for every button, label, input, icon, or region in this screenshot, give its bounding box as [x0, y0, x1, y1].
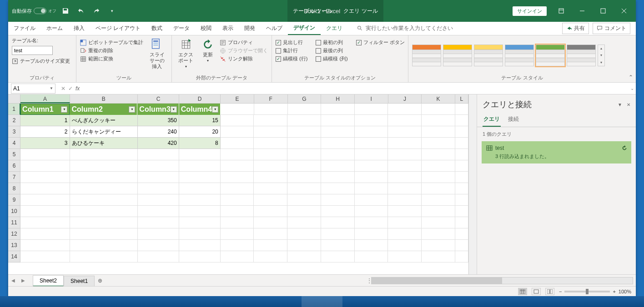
cell[interactable]	[179, 240, 221, 251]
cell[interactable]	[422, 228, 455, 240]
cell[interactable]	[355, 138, 388, 149]
pane-options-icon[interactable]: ▼	[618, 102, 622, 107]
row-header[interactable]: 2	[8, 115, 20, 126]
cell[interactable]: Column1▼	[20, 104, 70, 115]
cell[interactable]	[388, 251, 422, 262]
cell[interactable]	[287, 194, 321, 206]
row-header[interactable]: 3	[8, 126, 20, 138]
context-tab-query-tools[interactable]: クエリ ツール	[338, 0, 383, 22]
cell[interactable]	[422, 115, 455, 126]
cell[interactable]	[179, 183, 221, 194]
cell[interactable]	[254, 194, 287, 206]
cell[interactable]	[355, 126, 388, 138]
cell[interactable]	[388, 194, 422, 206]
cell[interactable]	[355, 217, 388, 228]
cell[interactable]	[20, 149, 70, 160]
cell[interactable]	[455, 183, 468, 194]
row-header[interactable]: 6	[8, 160, 20, 172]
column-header[interactable]: L	[455, 94, 468, 103]
cell[interactable]	[20, 160, 70, 172]
cell[interactable]	[455, 228, 468, 240]
cell[interactable]	[20, 251, 70, 262]
save-icon[interactable]	[59, 5, 72, 17]
grid-rows[interactable]: 1Column1▼Column2▼Column3▼Column4▼21ぺんぎんク…	[8, 104, 468, 274]
cell[interactable]	[455, 206, 468, 217]
header-row-checkbox[interactable]: 見出し行	[276, 39, 307, 46]
cell[interactable]	[422, 194, 455, 206]
cell[interactable]	[288, 104, 322, 115]
cell[interactable]	[254, 115, 287, 126]
cell[interactable]	[221, 149, 254, 160]
cell[interactable]	[138, 228, 179, 240]
resize-table-button[interactable]: テーブルのサイズ変更	[12, 58, 70, 64]
cell[interactable]	[455, 217, 468, 228]
cell[interactable]	[422, 240, 455, 251]
cell[interactable]	[70, 149, 138, 160]
cell[interactable]	[321, 160, 355, 172]
row-header[interactable]: 11	[8, 217, 20, 228]
tab-file[interactable]: ファイル	[8, 22, 41, 35]
cell[interactable]	[20, 172, 70, 183]
cell[interactable]	[422, 183, 455, 194]
pane-tab-queries[interactable]: クエリ	[483, 113, 501, 127]
row-header[interactable]: 5	[8, 149, 20, 160]
cell[interactable]	[138, 217, 179, 228]
row-header[interactable]: 10	[8, 206, 20, 217]
cell[interactable]	[138, 160, 179, 172]
cell[interactable]	[254, 251, 287, 262]
cell[interactable]	[321, 183, 355, 194]
cell[interactable]	[321, 228, 355, 240]
remove-duplicates-button[interactable]: 重複の削除	[80, 47, 143, 54]
last-col-checkbox[interactable]: 最後の列	[316, 47, 347, 54]
unlink-button[interactable]: リンク解除	[220, 55, 268, 62]
cell[interactable]	[179, 194, 221, 206]
tab-data[interactable]: データ	[168, 22, 195, 35]
cell[interactable]	[355, 115, 388, 126]
cell[interactable]	[138, 206, 179, 217]
cell[interactable]	[70, 206, 138, 217]
cell[interactable]	[355, 149, 388, 160]
cell[interactable]	[321, 138, 355, 149]
convert-range-button[interactable]: 範囲に変換	[80, 55, 143, 62]
cell[interactable]: 240	[138, 126, 179, 138]
column-header[interactable]: J	[388, 94, 422, 103]
cell[interactable]: らくだキャンディー	[70, 126, 138, 138]
cell[interactable]	[287, 228, 321, 240]
namebox-dropdown-icon[interactable]: ▼	[50, 86, 53, 90]
table-style-swatch[interactable]	[536, 45, 565, 66]
page-break-view-icon[interactable]	[545, 288, 554, 295]
row-header[interactable]: 4	[8, 138, 20, 149]
cell[interactable]	[287, 217, 321, 228]
undo-icon[interactable]	[75, 5, 87, 17]
comment-button[interactable]: コメント	[593, 23, 630, 34]
cell[interactable]	[254, 138, 287, 149]
cell[interactable]	[455, 149, 468, 160]
minimize-icon[interactable]	[572, 5, 592, 17]
cell[interactable]	[388, 228, 422, 240]
table-style-swatch[interactable]	[443, 45, 472, 66]
sheet-nav-prev-icon[interactable]: ◀	[8, 278, 18, 283]
cell[interactable]	[179, 251, 221, 262]
cell[interactable]	[455, 240, 468, 251]
cell[interactable]	[254, 217, 287, 228]
cell[interactable]	[355, 251, 388, 262]
cell[interactable]	[321, 206, 355, 217]
tab-formulas[interactable]: 数式	[146, 22, 168, 35]
cell[interactable]	[287, 240, 321, 251]
cell[interactable]	[388, 172, 422, 183]
pane-tab-connections[interactable]: 接続	[507, 113, 520, 127]
refresh-button[interactable]: 更新 ▾	[199, 37, 217, 64]
cell[interactable]	[254, 149, 287, 160]
cell[interactable]	[455, 104, 468, 115]
cell[interactable]	[138, 172, 179, 183]
zoom-out-button[interactable]: −	[559, 289, 562, 294]
cell[interactable]	[321, 115, 355, 126]
cell[interactable]	[422, 206, 455, 217]
cell[interactable]	[355, 104, 388, 115]
cell[interactable]: 350	[138, 115, 179, 126]
cell[interactable]	[422, 217, 455, 228]
column-header[interactable]: I	[355, 94, 388, 103]
cell[interactable]	[455, 172, 468, 183]
tab-help[interactable]: ヘルプ	[261, 22, 288, 35]
collapse-ribbon-icon[interactable]: ⌃	[629, 74, 633, 80]
